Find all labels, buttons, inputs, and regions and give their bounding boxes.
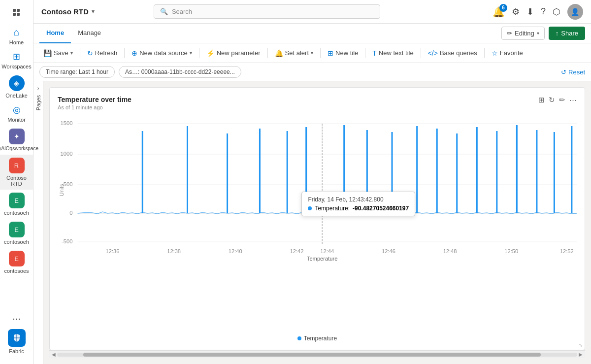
- sidebar-item-label: Contoso RTD: [2, 175, 31, 187]
- base-queries-button[interactable]: </> Base queries: [424, 47, 481, 60]
- search-icon: 🔍: [160, 8, 168, 15]
- sidebar-item-contosoes[interactable]: E contosoes: [0, 248, 33, 277]
- sidebar-item-myai[interactable]: ✦ myAIOqsworkspace: [0, 126, 33, 155]
- chart-legend: Temperature: [58, 335, 577, 342]
- contosoes-icon: E: [9, 251, 25, 266]
- app-name[interactable]: Contoso RTD ▾: [41, 7, 95, 16]
- sidebar-item-contosoeh2[interactable]: E contosoeh: [0, 219, 33, 248]
- workspaces-icon: ⊞: [13, 51, 20, 62]
- new-tile-button[interactable]: ⊞ New tile: [324, 47, 362, 60]
- home-icon: ⌂: [13, 27, 19, 38]
- people-icon[interactable]: ⬡: [553, 6, 560, 17]
- chart-more-icon[interactable]: ⋯: [569, 96, 577, 104]
- scrollbar-track: [57, 353, 577, 357]
- sidebar: ⌂ Home ⊞ Workspaces ◈ OneLake ◎ Monitor …: [0, 0, 33, 364]
- chart-card: Temperature over time As of 1 minute ago…: [49, 87, 585, 350]
- search-bar[interactable]: 🔍 Search: [154, 4, 380, 19]
- svg-text:12:50: 12:50: [504, 248, 518, 254]
- share-icon: ↑: [556, 30, 559, 37]
- new-text-tile-button[interactable]: T New text tile: [368, 47, 417, 60]
- sidebar-item-label: contosoeh: [4, 210, 29, 216]
- filter-bar: Time range: Last 1 hour As…: 0000aaaa-11…: [33, 63, 591, 81]
- more-button[interactable]: ...: [8, 307, 25, 326]
- svg-text:12:44: 12:44: [320, 248, 334, 254]
- set-alert-button[interactable]: 🔔 Set alert ▾: [271, 47, 317, 60]
- share-button[interactable]: ↑ Share: [549, 27, 585, 40]
- pages-panel[interactable]: › Pages: [33, 81, 43, 364]
- parameter-icon: ⚡: [206, 49, 215, 57]
- new-datasource-label: New data source: [139, 49, 188, 57]
- resize-handle[interactable]: ⤡: [579, 342, 583, 348]
- monitor-icon: ◎: [13, 104, 21, 115]
- settings-icon[interactable]: ⚙: [512, 6, 520, 17]
- legend-label: Temperature: [304, 335, 337, 342]
- scrollbar-thumb[interactable]: [83, 353, 541, 357]
- pages-chevron-icon: ›: [37, 85, 39, 91]
- temperature-chart[interactable]: 1500 1000 500 0 -500 Units: [58, 116, 577, 264]
- chart-grid-icon[interactable]: ⊞: [538, 96, 545, 104]
- scroll-right-arrow[interactable]: ▶: [577, 352, 584, 357]
- chart-refresh-icon[interactable]: ↻: [549, 96, 555, 104]
- svg-text:500: 500: [64, 181, 73, 187]
- sidebar-item-monitor[interactable]: ◎ Monitor: [0, 101, 33, 126]
- svg-text:12:36: 12:36: [106, 248, 120, 254]
- fabric-icon: [8, 329, 26, 347]
- topbar-actions: 🔔 6 ⚙ ⬇ ? ⬡ 👤: [492, 4, 583, 20]
- svg-text:Units: Units: [59, 184, 65, 197]
- topbar: Contoso RTD ▾ 🔍 Search 🔔 6 ⚙ ⬇ ? ⬡ 👤: [33, 0, 591, 24]
- scroll-left-arrow[interactable]: ◀: [50, 352, 57, 357]
- sidebar-item-label: Fabric: [9, 348, 24, 354]
- refresh-button[interactable]: ↻ Refresh: [83, 47, 122, 60]
- svg-rect-0: [13, 9, 16, 12]
- sidebar-item-onelake[interactable]: ◈ OneLake: [0, 72, 33, 101]
- svg-text:12:38: 12:38: [167, 248, 181, 254]
- new-text-tile-label: New text tile: [379, 49, 414, 57]
- chart-container: Temperature over time As of 1 minute ago…: [43, 81, 591, 364]
- datasource-chevron-icon: ▾: [190, 50, 192, 56]
- sidebar-item-contosoeh1[interactable]: E contosoeh: [0, 190, 33, 219]
- as-filter[interactable]: As…: 0000aaaa-11bb-cccc-dd22-eeeee...: [119, 66, 241, 78]
- new-datasource-button[interactable]: ⊕ New data source ▾: [128, 47, 196, 60]
- svg-rect-1: [17, 9, 20, 12]
- tile-icon: ⊞: [328, 49, 333, 57]
- content-area: › Pages Temperature over time As of 1 mi…: [33, 81, 591, 364]
- download-icon[interactable]: ⬇: [526, 6, 534, 17]
- svg-text:12:42: 12:42: [290, 248, 304, 254]
- sidebar-item-contoso-rtd[interactable]: R Contoso RTD: [0, 155, 33, 190]
- pencil-icon: ✏: [507, 30, 512, 37]
- notification-button[interactable]: 🔔 6: [492, 6, 505, 18]
- chart-scrollbar[interactable]: ◀ ▶: [49, 350, 585, 358]
- chart-edit-icon[interactable]: ✏: [559, 96, 565, 104]
- refresh-label: Refresh: [95, 49, 118, 57]
- save-button[interactable]: 💾 Save ▾: [39, 47, 77, 60]
- favorite-button[interactable]: ☆ Favorite: [488, 47, 527, 60]
- svg-text:12:52: 12:52: [560, 248, 574, 254]
- toolbar-separator-5: [320, 48, 321, 58]
- new-parameter-button[interactable]: ⚡ New parameter: [202, 47, 264, 60]
- reset-button[interactable]: ↺ Reset: [561, 68, 585, 76]
- sidebar-item-fabric[interactable]: Fabric: [0, 326, 33, 357]
- time-range-filter[interactable]: Time range: Last 1 hour: [39, 66, 115, 78]
- svg-text:1000: 1000: [61, 151, 73, 157]
- sidebar-item-label: myAIOqsworkspace: [0, 146, 38, 152]
- help-icon[interactable]: ?: [541, 6, 546, 17]
- svg-rect-2: [13, 13, 16, 16]
- contosoeh1-icon: E: [9, 193, 25, 208]
- editing-mode-button[interactable]: ✏ Editing ▾: [501, 27, 545, 40]
- avatar[interactable]: 👤: [567, 4, 583, 20]
- favorite-label: Favorite: [500, 49, 523, 57]
- grid-icon[interactable]: [8, 4, 26, 22]
- tab-manage[interactable]: Manage: [71, 24, 108, 43]
- base-queries-label: Base queries: [440, 49, 477, 57]
- alert-icon: 🔔: [275, 49, 283, 57]
- save-label: Save: [54, 49, 68, 57]
- chart-title: Temperature over time: [58, 96, 131, 103]
- sidebar-item-label: Home: [9, 39, 24, 45]
- chart-svg-wrapper: 1500 1000 500 0 -500 Units: [58, 116, 577, 331]
- text-tile-icon: T: [372, 49, 377, 57]
- tab-home[interactable]: Home: [39, 24, 71, 43]
- sidebar-item-workspaces[interactable]: ⊞ Workspaces: [0, 48, 33, 72]
- svg-text:-500: -500: [62, 238, 72, 244]
- editing-mode-right: ✏ Editing ▾ ↑ Share: [501, 27, 585, 40]
- sidebar-item-home[interactable]: ⌂ Home: [0, 24, 33, 48]
